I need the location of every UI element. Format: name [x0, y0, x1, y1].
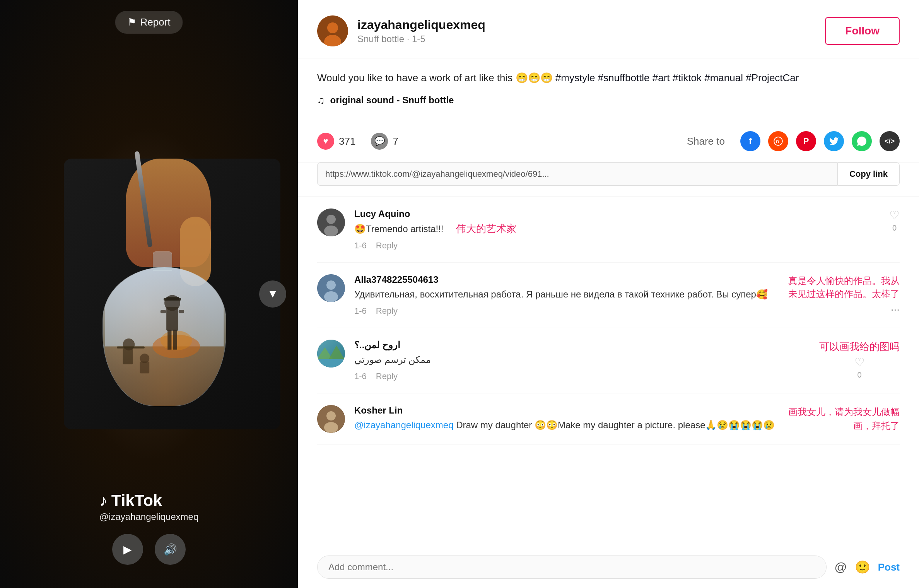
bottle-scene	[33, 120, 265, 468]
reddit-share-button[interactable]: r/	[768, 131, 788, 151]
profile-subtitle: Snuff bottle · 1-5	[357, 34, 816, 44]
volume-button[interactable]: 🔊	[155, 534, 186, 565]
svg-point-23	[326, 215, 336, 224]
profile-info: izayahangeliquexmeq Snuff bottle · 1-5	[357, 18, 816, 44]
svg-rect-8	[167, 330, 171, 350]
mention-icon[interactable]: @	[834, 560, 847, 574]
play-button[interactable]: ▶	[112, 534, 143, 565]
whatsapp-share-button[interactable]	[852, 131, 872, 151]
comment-item: Alla3748225504613 Удивительная, восхитит…	[317, 263, 900, 328]
commenter-avatar	[317, 340, 345, 368]
chevron-down-icon: ▼	[267, 288, 278, 300]
comment-item: اروح لمن..؟ ممكن ترسم صورتي 1-6 Reply 可以…	[317, 328, 900, 393]
comment-body: Lucy Aquino 🤩Tremendo artista!!! 伟大的艺术家 …	[354, 209, 900, 251]
twitter-share-button[interactable]	[824, 131, 844, 151]
comments-count: 7	[393, 135, 398, 147]
report-button[interactable]: ⚑ Report	[115, 11, 183, 34]
comment-translation: 画我女儿，请为我女儿做幅画，拜托了	[788, 405, 900, 433]
more-options-button[interactable]: ···	[891, 303, 900, 316]
comment-actions: @ 🙂	[834, 560, 870, 574]
play-icon: ▶	[123, 543, 132, 556]
mention-link[interactable]: @izayahangeliquexmeq	[354, 420, 454, 430]
copy-link-button[interactable]: Copy link	[837, 162, 900, 186]
svg-point-18	[327, 22, 338, 33]
reply-button[interactable]: Reply	[376, 241, 398, 251]
svg-rect-10	[161, 310, 166, 313]
svg-point-24	[324, 226, 338, 236]
facebook-share-button[interactable]: f	[740, 131, 760, 151]
add-comment-bar: @ 🙂 Post	[298, 546, 919, 588]
commenter-avatar	[317, 274, 345, 302]
share-link-row: Copy link	[298, 162, 919, 197]
likes-count: 371	[339, 135, 355, 147]
comments-section: Lucy Aquino 🤩Tremendo artista!!! 伟大的艺术家 …	[298, 197, 919, 546]
comment-item: Lucy Aquino 🤩Tremendo artista!!! 伟大的艺术家 …	[317, 197, 900, 263]
svg-rect-32	[317, 359, 345, 368]
comment-text: 🤩Tremendo artista!!! 伟大的艺术家	[354, 222, 900, 236]
pinterest-share-button[interactable]: P	[796, 131, 816, 151]
share-label: Share to	[687, 135, 725, 147]
like-count: 0	[857, 371, 861, 379]
tiktok-logo-icon: ♪	[99, 491, 108, 510]
video-panel: ⚑ Report ▼ ♪ TikTok @izayahangeliquexmeq…	[0, 0, 298, 588]
like-icon[interactable]: ♡	[889, 209, 900, 222]
comment-translation: 伟大的艺术家	[446, 223, 516, 234]
info-panel: izayahangeliquexmeq Snuff bottle · 1-5 F…	[298, 0, 919, 588]
svg-point-27	[324, 291, 338, 302]
music-icon: ♫	[317, 92, 325, 109]
svg-point-34	[326, 411, 336, 420]
emoji-icon[interactable]: 🙂	[855, 560, 870, 574]
tiktok-brand: TikTok	[111, 491, 162, 510]
svg-rect-9	[173, 330, 177, 350]
comment-item: Kosher Lin @izayahangeliquexmeq Draw my …	[317, 393, 900, 445]
add-comment-input[interactable]	[317, 556, 827, 579]
report-label: Report	[140, 16, 170, 28]
follow-button[interactable]: Follow	[825, 17, 900, 45]
post-comment-button[interactable]: Post	[878, 561, 900, 573]
flag-icon: ⚑	[127, 16, 136, 28]
svg-point-26	[326, 280, 336, 290]
comment-time: 1-6	[354, 241, 367, 251]
reply-button[interactable]: Reply	[376, 371, 398, 381]
svg-text:r/: r/	[776, 138, 779, 144]
embed-share-button[interactable]: </>	[880, 131, 900, 151]
commenter-avatar	[317, 209, 345, 236]
svg-rect-16	[140, 361, 150, 373]
svg-rect-7	[164, 298, 181, 301]
share-link-input[interactable]	[317, 162, 837, 186]
svg-rect-13	[123, 349, 133, 364]
username: izayahangeliquexmeq	[357, 18, 816, 32]
comment-time: 1-6	[354, 371, 367, 381]
likes-stat[interactable]: ♥ 371	[317, 133, 355, 150]
comment-like-section: ♡ 0	[889, 209, 900, 232]
comments-stat[interactable]: 💬 7	[371, 133, 398, 150]
commenter-name: Lucy Aquino	[354, 209, 900, 219]
profile-header: izayahangeliquexmeq Snuff bottle · 1-5 F…	[298, 0, 919, 58]
scroll-down-button[interactable]: ▼	[259, 280, 286, 308]
comment-bubble-icon: 💬	[371, 133, 388, 150]
comment-translation: 真是令人愉快的作品。我从未见过这样的作品。太棒了	[788, 274, 900, 300]
commenter-name: اروح لمن..؟	[354, 340, 900, 350]
comment-time: 1-6	[354, 306, 367, 316]
avatar	[317, 15, 348, 46]
heart-icon: ♥	[317, 133, 334, 150]
tiktok-handle: @izayahangeliquexmeq	[99, 511, 199, 522]
reply-button[interactable]: Reply	[376, 306, 398, 316]
commenter-avatar	[317, 405, 345, 433]
svg-rect-14	[117, 347, 145, 349]
tiktok-watermark: ♪ TikTok @izayahangeliquexmeq	[99, 491, 199, 522]
comment-meta: 1-6 Reply	[354, 241, 900, 251]
comment-meta: 1-6 Reply	[354, 371, 900, 381]
sound-label: original sound - Snuff bottle	[330, 93, 454, 108]
comment-translation: 可以画我给的图吗	[819, 340, 900, 354]
video-background: ⚑ Report ▼ ♪ TikTok @izayahangeliquexmeq…	[0, 0, 298, 588]
svg-rect-11	[179, 310, 184, 313]
volume-icon: 🔊	[164, 543, 177, 556]
comment-text: ممكن ترسم صورتي	[354, 353, 900, 367]
video-controls: ▶ 🔊	[0, 534, 298, 565]
description-section: Would you like to have a work of art lik…	[298, 58, 919, 120]
social-icons: f r/ P </>	[740, 131, 900, 151]
comment-body: اروح لمن..؟ ممكن ترسم صورتي 1-6 Reply	[354, 340, 900, 381]
svg-point-35	[324, 422, 338, 433]
like-icon[interactable]: ♡	[854, 356, 865, 369]
